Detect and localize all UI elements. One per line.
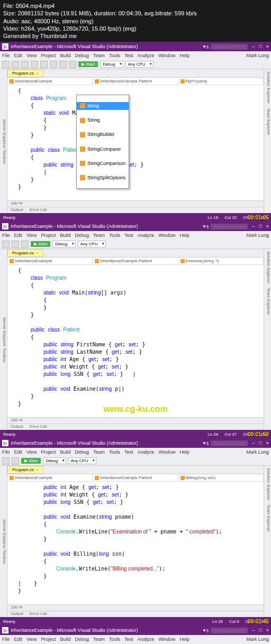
code-editor[interactable]: { class Program { static void Main(strin… [7, 265, 264, 417]
tab-close-icon[interactable]: × [36, 71, 39, 76]
left-side-tabs[interactable]: Server Explorer Toolbox [0, 249, 7, 430]
open-button[interactable] [31, 61, 38, 68]
vs-logo-icon: ▷ [2, 43, 8, 50]
class-icon [95, 476, 99, 480]
start-button[interactable]: ▶ Start [78, 61, 98, 67]
menu-edit[interactable]: Edit [14, 233, 23, 238]
output-tab[interactable]: Output [7, 424, 26, 430]
intellisense-item[interactable]: StringSplitOptions [77, 174, 129, 182]
solution-explorer-tab[interactable]: Solution Explorer [264, 69, 271, 106]
menubar: File Edit View Project Build Debug Team … [0, 51, 271, 60]
menu-debug[interactable]: Debug [75, 53, 89, 58]
close-icon[interactable]: × [266, 44, 269, 49]
intellisense-item[interactable]: StringComparison [77, 160, 129, 168]
menu-project[interactable]: Project [41, 233, 56, 238]
menu-team[interactable]: Team [93, 233, 105, 238]
errorlist-tab[interactable]: Error List [26, 424, 50, 430]
menu-tools[interactable]: Tools [109, 233, 120, 238]
maximize-icon[interactable]: □ [259, 224, 261, 229]
menu-help[interactable]: Help [180, 53, 190, 58]
redo-button[interactable] [69, 61, 76, 68]
menu-view[interactable]: View [26, 53, 37, 58]
close-icon[interactable]: × [266, 440, 269, 446]
quicklaunch-input[interactable] [211, 44, 248, 50]
menu-window[interactable]: Window [159, 53, 176, 58]
start-button[interactable]: ▶ Start [31, 241, 50, 247]
solution-explorer-tab[interactable]: Solution Explorer [264, 249, 271, 286]
back-button[interactable] [2, 241, 10, 248]
intellisense-popup: string String StringBuilder StringCompar… [76, 95, 129, 189]
intellisense-item[interactable]: StringBuilder [77, 131, 129, 139]
new-button[interactable] [21, 61, 29, 68]
menu-test[interactable]: Test [124, 233, 133, 238]
close-icon[interactable]: × [266, 224, 269, 229]
nav-class[interactable]: InheritanceExample.Patient [93, 257, 178, 264]
intellisense-item[interactable]: String [77, 116, 129, 124]
platform-dropdown[interactable]: Any CPU [78, 241, 106, 247]
output-tab[interactable]: Output [7, 207, 26, 213]
minimize-icon[interactable]: – [252, 628, 255, 633]
menu-help[interactable]: Help [180, 233, 190, 238]
nav-member[interactable]: MyProperty [178, 78, 264, 85]
nav-member[interactable]: Examine(string ?) [178, 257, 264, 264]
maximize-icon[interactable]: □ [259, 44, 261, 49]
config-dropdown[interactable]: Debug [100, 61, 123, 68]
quicklaunch-input[interactable] [211, 628, 248, 633]
save-button[interactable] [40, 61, 48, 68]
meta-size: Size: 20881152 bytes (19.91 MiB), durati… [3, 10, 268, 17]
platform-dropdown[interactable]: Any CPU [125, 61, 153, 68]
menu-tools[interactable]: Tools [109, 53, 120, 58]
menu-window[interactable]: Window [159, 233, 176, 238]
titlebar: ▷ InheritanceExample - Microsoft Visual … [0, 42, 271, 51]
nav-project[interactable]: InheritanceExample [7, 257, 93, 264]
team-explorer-tab[interactable]: Team Explorer [264, 106, 271, 137]
menu-project[interactable]: Project [41, 53, 56, 58]
menu-view[interactable]: View [26, 233, 37, 238]
intellisense-item[interactable]: StringComparer [77, 145, 129, 153]
left-side-tabs[interactable]: Server Explorer Toolbox [0, 69, 7, 213]
method-icon [180, 259, 185, 263]
tab-program[interactable]: Program.cs× [7, 249, 43, 257]
menu-file[interactable]: File [2, 53, 10, 58]
close-icon[interactable]: × [266, 628, 269, 633]
maximize-icon[interactable]: □ [259, 628, 261, 633]
user-name[interactable]: Mark Long [246, 53, 269, 58]
menu-file[interactable]: File [2, 233, 10, 238]
tab-program[interactable]: Program.cs× [7, 466, 43, 474]
maximize-icon[interactable]: □ [259, 440, 261, 446]
menu-debug[interactable]: Debug [75, 233, 89, 238]
save-all-button[interactable] [50, 61, 57, 68]
tab-program[interactable]: Program.cs× [7, 69, 43, 77]
save-button[interactable] [12, 457, 19, 465]
code-editor[interactable]: public int Age { get; set; } public int … [7, 482, 264, 604]
undo-button[interactable] [59, 61, 67, 68]
minimize-icon[interactable]: – [252, 44, 255, 49]
config-dropdown[interactable]: Debug [52, 241, 76, 247]
forward-button[interactable] [12, 241, 19, 248]
user-name[interactable]: Mark Long [246, 233, 269, 238]
team-explorer-tab[interactable]: Team Explorer [264, 286, 271, 317]
save-button[interactable] [21, 241, 29, 248]
menu-edit[interactable]: Edit [14, 53, 23, 58]
back-button[interactable] [2, 61, 10, 68]
menu-build[interactable]: Build [60, 53, 70, 58]
menu-test[interactable]: Test [124, 53, 133, 58]
minimize-icon[interactable]: – [252, 440, 255, 446]
menu-build[interactable]: Build [60, 233, 70, 238]
errorlist-tab[interactable]: Error List [26, 207, 50, 213]
minimize-icon[interactable]: – [252, 224, 255, 229]
window-title: InheritanceExample - Microsoft Visual St… [11, 224, 202, 229]
quicklaunch-input[interactable] [211, 440, 248, 446]
back-button[interactable] [2, 457, 10, 465]
quicklaunch-input[interactable] [211, 224, 248, 229]
nav-class[interactable]: InheritanceExample.Patient [93, 78, 178, 85]
forward-button[interactable] [12, 61, 19, 68]
menu-team[interactable]: Team [93, 53, 105, 58]
menu-analyze[interactable]: Analyze [138, 53, 155, 58]
nav-project[interactable]: InheritanceExample [7, 78, 93, 85]
code-editor[interactable]: { class Program { static void Main(strin… [7, 85, 264, 200]
menu-analyze[interactable]: Analyze [138, 233, 155, 238]
tab-close-icon[interactable]: × [36, 251, 39, 255]
toolbar: ▶ Start Debug Any CPU [0, 240, 271, 249]
intellisense-item[interactable]: string [77, 102, 129, 110]
